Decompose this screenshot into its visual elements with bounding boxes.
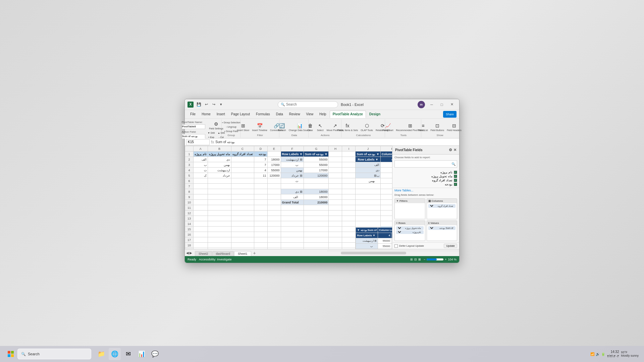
cell-k6[interactable]: 17000 bbox=[380, 178, 392, 184]
taskbar-teams-icon[interactable]: 💬 bbox=[149, 348, 161, 360]
cell-k4[interactable] bbox=[380, 168, 392, 173]
cell-c3[interactable] bbox=[231, 162, 254, 168]
cell-h2[interactable] bbox=[329, 157, 342, 162]
columns-field-select[interactable]: تعداد افراد گروه bbox=[429, 204, 455, 207]
refresh-button[interactable]: 🔄 Refresh bbox=[277, 122, 287, 132]
cell-k9[interactable] bbox=[380, 194, 392, 200]
pivot-search-box[interactable]: 🔍 bbox=[394, 160, 457, 168]
cell-f7[interactable] bbox=[281, 184, 304, 189]
cell-e4[interactable]: 55000 bbox=[267, 168, 281, 173]
cell-c7[interactable] bbox=[231, 184, 254, 189]
tab-data[interactable]: Data bbox=[273, 111, 286, 118]
cell-c2[interactable] bbox=[231, 157, 254, 162]
field-list-button[interactable]: ≡ Field List bbox=[417, 122, 429, 132]
cell-g3[interactable]: 55000 bbox=[304, 162, 328, 168]
cell-b9[interactable] bbox=[208, 194, 231, 200]
redo-button[interactable]: ↪ bbox=[211, 102, 216, 107]
taskbar-files-icon[interactable]: 📁 bbox=[95, 348, 107, 360]
name-box[interactable]: K15 bbox=[186, 139, 210, 145]
cell-h1[interactable] bbox=[329, 152, 342, 157]
rows-field-select-1[interactable]: ماه تحویل پروژه bbox=[397, 227, 423, 230]
cell-k10[interactable] bbox=[380, 200, 392, 205]
cell-h4[interactable] bbox=[329, 168, 342, 173]
tab-formulas[interactable]: Formulas bbox=[253, 111, 273, 118]
cell-h9[interactable] bbox=[329, 194, 342, 200]
cell-g9[interactable]: 18000 bbox=[304, 194, 328, 200]
cell-k1[interactable]: Column Lab ▼ bbox=[380, 152, 392, 157]
undo-button[interactable]: ↩ bbox=[204, 102, 209, 107]
sheet-tab-dashboard[interactable]: dashboard bbox=[212, 251, 234, 256]
taskbar-mail-icon[interactable]: ✉ bbox=[122, 348, 134, 360]
cell-e6[interactable] bbox=[267, 178, 281, 184]
cell-c8[interactable] bbox=[231, 189, 254, 194]
restore-button[interactable]: □ bbox=[437, 101, 446, 108]
taskbar-excel-icon[interactable]: 📊 bbox=[136, 348, 148, 360]
clear-button[interactable]: 🗑 Clear bbox=[306, 122, 315, 132]
tab-home[interactable]: Home bbox=[199, 111, 213, 118]
cell-i5[interactable] bbox=[342, 173, 356, 178]
add-sheet-button[interactable]: + bbox=[252, 250, 258, 256]
cell-b1[interactable]: ماه تحویل پروژه bbox=[208, 152, 231, 157]
cell-b8[interactable] bbox=[208, 189, 231, 194]
pivot-panel-settings-icon[interactable]: ⚙ bbox=[449, 148, 452, 152]
cell-c1[interactable]: تعداد افراد گروه bbox=[231, 152, 254, 157]
cell-f1[interactable]: Row Labels ▼ bbox=[281, 152, 304, 157]
cell-j5[interactable]: ب⊞ bbox=[356, 173, 380, 178]
fields-items-button[interactable]: fx Fields, Items & Sets bbox=[336, 122, 359, 132]
cell-i7[interactable] bbox=[342, 184, 356, 189]
cell-e9[interactable] bbox=[267, 194, 281, 200]
minimize-button[interactable]: ─ bbox=[427, 101, 436, 108]
cell-i3[interactable] bbox=[342, 162, 356, 168]
cell-d6[interactable] bbox=[254, 178, 267, 184]
grid-wrapper[interactable]: A B C D E F G H I J K L bbox=[185, 146, 392, 249]
cell-c5[interactable] bbox=[231, 173, 254, 178]
cell-d10[interactable] bbox=[254, 200, 267, 205]
cell-i4[interactable] bbox=[342, 168, 356, 173]
tab-view[interactable]: View bbox=[304, 111, 316, 118]
cell-a4[interactable]: ت bbox=[194, 168, 208, 173]
cell-j8[interactable] bbox=[356, 189, 380, 194]
cell-k7[interactable] bbox=[380, 184, 392, 189]
cell-c4[interactable] bbox=[231, 168, 254, 173]
title-search-box[interactable]: 🔍 Search bbox=[278, 101, 338, 108]
select-button[interactable]: ↖ Select bbox=[316, 122, 325, 132]
cell-f5[interactable]: ⊞ خرداد bbox=[281, 173, 304, 178]
cell-a5[interactable]: ک bbox=[194, 173, 208, 178]
bottom-hscroll-thumb[interactable] bbox=[341, 252, 406, 254]
sheet-tab-sheet1[interactable]: Sheet1 bbox=[234, 251, 251, 256]
cell-h3[interactable] bbox=[329, 162, 342, 168]
user-avatar[interactable]: m bbox=[418, 101, 425, 108]
page-break-button[interactable]: ⊠ bbox=[418, 258, 421, 261]
customize-button[interactable]: ▾ bbox=[218, 102, 224, 107]
taskbar-search-box[interactable]: 🔍 Search bbox=[17, 349, 91, 359]
more-tables-link[interactable]: More Tables... bbox=[392, 188, 459, 193]
cell-i9[interactable] bbox=[342, 194, 356, 200]
cell-k5[interactable]: 17000 bbox=[380, 173, 392, 178]
cell-j7[interactable] bbox=[356, 184, 380, 189]
cell-g10[interactable]: 210000 bbox=[304, 200, 328, 205]
tab-file[interactable]: File bbox=[187, 111, 198, 118]
sheet-prev-button[interactable]: ◀ bbox=[186, 251, 189, 255]
bottom-hscroll[interactable] bbox=[327, 251, 459, 255]
cell-b5[interactable]: خرداد bbox=[208, 173, 231, 178]
cell-b4[interactable]: اردیبهشت bbox=[208, 168, 231, 173]
field-check-4[interactable]: ✓ bbox=[454, 183, 457, 186]
cell-g8[interactable]: 18000 bbox=[304, 189, 328, 194]
cell-b6[interactable] bbox=[208, 178, 231, 184]
cell-i2[interactable] bbox=[342, 157, 356, 162]
pivot-panel-close-icon[interactable]: ✕ bbox=[453, 148, 457, 152]
cell-i10[interactable] bbox=[342, 200, 356, 205]
cell-b2[interactable]: دی bbox=[208, 157, 231, 162]
cell-b3[interactable]: بهمن bbox=[208, 162, 231, 168]
cell-j10[interactable] bbox=[356, 200, 380, 205]
tab-insert[interactable]: Insert bbox=[214, 111, 228, 118]
cell-d3[interactable]: 7 bbox=[254, 162, 267, 168]
insert-timeline-button[interactable]: 📅 Insert Timeline bbox=[251, 122, 269, 132]
cell-f10[interactable]: Grand Total bbox=[281, 200, 304, 205]
sheet-tab-sheet2[interactable]: Sheet2 bbox=[195, 251, 212, 256]
cell-a10[interactable] bbox=[194, 200, 208, 205]
cell-d5[interactable]: 11 bbox=[254, 173, 267, 178]
cell-k2[interactable]: 4 bbox=[380, 157, 392, 162]
cell-e2[interactable]: 18000 bbox=[267, 157, 281, 162]
pivotchart-button[interactable]: 📈 PivotChart bbox=[381, 122, 394, 132]
